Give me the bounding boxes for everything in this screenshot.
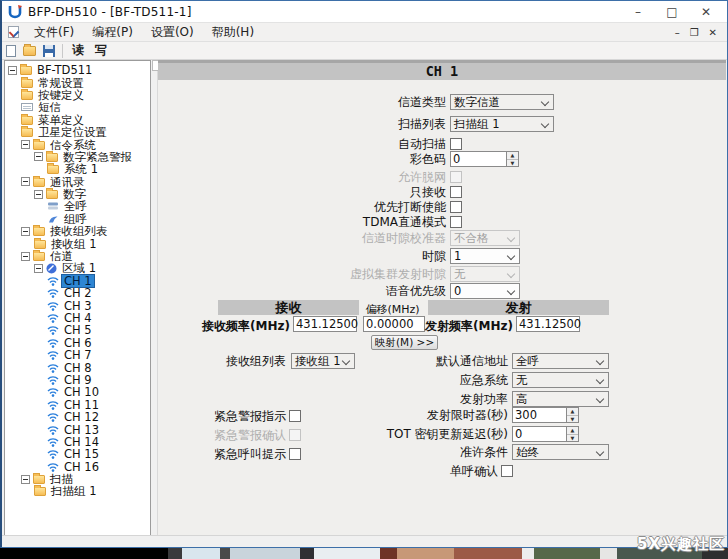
admit-criteria-value: 始终 bbox=[516, 445, 539, 459]
tree-item-ch-9[interactable]: CH 9 bbox=[5, 374, 150, 386]
tree-item-ch-7[interactable]: CH 7 bbox=[5, 349, 150, 361]
virtual-trunk-slot-value: 无 bbox=[454, 267, 466, 281]
spinner-arrows-icon[interactable]: ▲▼ bbox=[567, 407, 579, 423]
write-button[interactable]: 写 bbox=[93, 42, 109, 59]
tx-timer-value[interactable]: 300 bbox=[512, 407, 567, 423]
collapse-icon[interactable] bbox=[8, 66, 17, 75]
menu-settings[interactable]: 设置(O) bbox=[142, 22, 203, 43]
wifi-icon bbox=[47, 301, 59, 311]
tree-item-label: CH 9 bbox=[62, 374, 94, 386]
tree-item-gps-settings[interactable]: 卫星定位设置 bbox=[5, 126, 150, 138]
tree-item-bf-td511[interactable]: BF-TD511 bbox=[5, 64, 150, 76]
wifi-icon bbox=[47, 387, 59, 397]
menu-help[interactable]: 帮助(H) bbox=[203, 22, 263, 43]
tree-item-scan[interactable]: 扫描 bbox=[5, 473, 150, 485]
collapse-icon[interactable] bbox=[34, 152, 43, 161]
mdi-close-icon[interactable]: ✕ bbox=[709, 27, 717, 38]
collapse-icon[interactable] bbox=[21, 252, 30, 261]
tree-item-ch-6[interactable]: CH 6 bbox=[5, 337, 150, 349]
mdi-minimize-icon[interactable]: – bbox=[675, 27, 680, 38]
tree-item-rx-group-list[interactable]: 接收组列表 bbox=[5, 225, 150, 237]
collapse-icon[interactable] bbox=[21, 140, 30, 149]
tree-item-sms[interactable]: 短信 bbox=[5, 101, 150, 113]
rx-frequency-input[interactable]: 431.12500 bbox=[293, 316, 357, 332]
tree-item-digital-emergency-alarm[interactable]: 数字紧急警报 bbox=[5, 151, 150, 163]
tree-item-label: 按键定义 bbox=[36, 89, 86, 101]
maximize-icon[interactable]: □ bbox=[665, 5, 679, 19]
tx-timer-spinner[interactable]: 300▲▼ bbox=[512, 407, 579, 423]
tree-item-ch-12[interactable]: CH 12 bbox=[5, 411, 150, 423]
tree-item-channels[interactable]: 信道 bbox=[5, 250, 150, 262]
tree-item-label: 接收组 1 bbox=[49, 238, 98, 250]
scan-list-select[interactable]: 扫描组 1 bbox=[450, 116, 554, 132]
collapse-icon[interactable] bbox=[21, 177, 30, 186]
map-button[interactable]: 映射(M) >> bbox=[371, 335, 438, 350]
tree-item-ch-2[interactable]: CH 2 bbox=[5, 287, 150, 299]
spinner-arrows-icon[interactable]: ▲▼ bbox=[507, 151, 519, 167]
menu-program[interactable]: 编程(P) bbox=[83, 22, 142, 43]
tree-item-ch-16[interactable]: CH 16 bbox=[5, 461, 150, 473]
tree-item-ch-11[interactable]: CH 11 bbox=[5, 399, 150, 411]
collapse-icon[interactable] bbox=[34, 264, 43, 273]
single-call-confirm-label: 单呼确认 bbox=[158, 463, 501, 480]
tree-item-ch-10[interactable]: CH 10 bbox=[5, 386, 150, 398]
tree-item-ch-14[interactable]: CH 14 bbox=[5, 436, 150, 448]
admit-criteria-select[interactable]: 始终 bbox=[512, 444, 609, 460]
default-address-select[interactable]: 全呼 bbox=[512, 353, 609, 369]
tree-item-ch-13[interactable]: CH 13 bbox=[5, 423, 150, 435]
tree-item-scan-group-1[interactable]: 扫描组 1 bbox=[5, 485, 150, 497]
tree-item-ch-8[interactable]: CH 8 bbox=[5, 361, 150, 373]
tx-power-select[interactable]: 高 bbox=[512, 391, 609, 407]
color-code-spinner[interactable]: 0▲▼ bbox=[450, 151, 519, 167]
tree-item-all-call[interactable]: 全呼 bbox=[5, 200, 150, 212]
tree-item-zone-1[interactable]: 区域 1 bbox=[5, 262, 150, 274]
tree-item-system-1[interactable]: 系统 1 bbox=[5, 163, 150, 175]
rx-frequency-label: 接收频率(MHz) bbox=[168, 318, 290, 335]
tree-item-ch-15[interactable]: CH 15 bbox=[5, 448, 150, 460]
tree-item-ch-4[interactable]: CH 4 bbox=[5, 312, 150, 324]
voice-priority-select[interactable]: 0 bbox=[450, 283, 520, 299]
rx-only-checkbox[interactable] bbox=[450, 186, 462, 198]
tree-item-key-define[interactable]: 按键定义 bbox=[5, 89, 150, 101]
tot-key-delay-value[interactable]: 0 bbox=[512, 426, 567, 442]
single-call-confirm-checkbox[interactable] bbox=[501, 465, 513, 477]
tree-item-digital[interactable]: 数字 bbox=[5, 188, 150, 200]
tree-item-contacts[interactable]: 通讯录 bbox=[5, 176, 150, 188]
channel-type-select[interactable]: 数字信道 bbox=[450, 94, 554, 110]
tree-item-general-settings[interactable]: 常规设置 bbox=[5, 76, 150, 88]
open-file-icon[interactable] bbox=[23, 46, 36, 56]
tree-item-group-call[interactable]: 组呼 bbox=[5, 213, 150, 225]
spinner-arrows-icon[interactable]: ▲▼ bbox=[567, 426, 579, 442]
tree-item-ch-1[interactable]: CH 1 bbox=[5, 275, 150, 287]
panel-splitter[interactable] bbox=[151, 60, 158, 536]
collapse-icon[interactable] bbox=[34, 190, 43, 199]
tx-timer-label: 发射限时器(秒) bbox=[158, 407, 512, 424]
tree-item-label: CH 11 bbox=[62, 399, 101, 411]
save-icon[interactable] bbox=[43, 45, 55, 57]
emergency-system-select[interactable]: 无 bbox=[512, 372, 609, 388]
new-file-icon[interactable] bbox=[6, 45, 16, 57]
tree-item-menu-define[interactable]: 菜单定义 bbox=[5, 114, 150, 126]
offset-input[interactable]: 0.00000 bbox=[363, 316, 425, 332]
folder-icon bbox=[34, 239, 46, 249]
menu-file[interactable]: 文件(F) bbox=[25, 22, 83, 43]
close-icon[interactable]: ✕ bbox=[699, 5, 713, 19]
tree-item-ch-3[interactable]: CH 3 bbox=[5, 299, 150, 311]
timeslot-select[interactable]: 1 bbox=[450, 248, 520, 264]
priority-interrupt-checkbox[interactable] bbox=[450, 201, 462, 213]
photo-segment bbox=[534, 548, 600, 559]
read-button[interactable]: 读 bbox=[70, 42, 86, 59]
tree-item-rx-group-1[interactable]: 接收组 1 bbox=[5, 237, 150, 249]
collapse-icon[interactable] bbox=[21, 227, 30, 236]
tdma-direct-checkbox[interactable] bbox=[450, 216, 462, 228]
tree-item-signaling-system[interactable]: 信令系统 bbox=[5, 138, 150, 150]
collapse-icon[interactable] bbox=[21, 475, 30, 484]
emergency-system-label: 应急系统 bbox=[158, 372, 512, 389]
color-code-value[interactable]: 0 bbox=[450, 151, 507, 167]
tree-item-ch-5[interactable]: CH 5 bbox=[5, 324, 150, 336]
mdi-restore-icon[interactable]: ❐ bbox=[690, 27, 699, 38]
minimize-icon[interactable]: – bbox=[631, 5, 645, 19]
tot-key-delay-spinner[interactable]: 0▲▼ bbox=[512, 426, 579, 442]
auto-scan-checkbox[interactable] bbox=[450, 138, 462, 150]
tx-frequency-input[interactable]: 431.12500 bbox=[516, 316, 580, 332]
